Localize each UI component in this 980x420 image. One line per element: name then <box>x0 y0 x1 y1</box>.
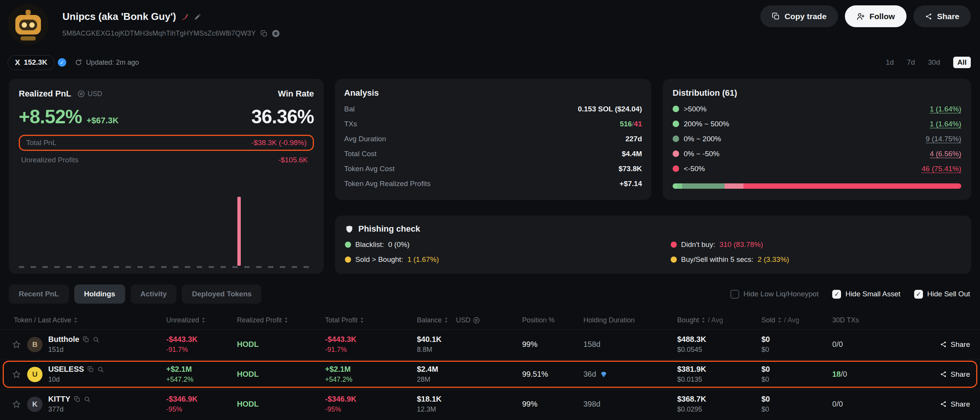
distribution-value-link[interactable]: 46 (75.41%) <box>921 165 961 173</box>
share-icon <box>940 371 947 378</box>
cell-30d-txs: 18/0 <box>832 370 909 379</box>
distribution-bar <box>673 183 961 189</box>
table-row[interactable]: K KITTY 377d -$346.9K -95% <box>0 389 980 419</box>
phishing-check-panel: Phishing check Blacklist: 0 (0%) Didn't … <box>335 216 971 274</box>
cell-balance: $40.1K 8.8M <box>417 335 522 354</box>
cell-holding-duration: 36d <box>583 370 677 379</box>
cell-sold: $0 $0 <box>761 365 832 384</box>
favorite-star-icon[interactable] <box>11 340 21 350</box>
hide-sell-out-checkbox[interactable]: ✓ Hide Sell Out <box>914 290 970 299</box>
cell-position: 99% <box>522 340 583 349</box>
cell-balance: $2.4M 28M <box>417 365 522 384</box>
tier-dot-icon <box>673 106 679 112</box>
refresh-control[interactable]: Updated: 2m ago <box>75 59 139 67</box>
token-last-active: 377d <box>48 405 91 413</box>
robot-avatar-image <box>8 4 49 45</box>
token-last-active: 10d <box>48 376 104 384</box>
cell-unrealized: -$346.9K -95% <box>166 395 237 413</box>
status-dot-icon <box>671 257 677 263</box>
x-logo-icon: X <box>15 58 20 67</box>
copy-trade-button[interactable]: Copy trade <box>760 5 838 27</box>
currency-toggle-icon[interactable] <box>473 317 480 324</box>
twitter-followers-pill[interactable]: X 152.3K <box>8 55 55 70</box>
row-share-button[interactable]: Share <box>940 340 970 349</box>
status-dot-icon <box>671 242 677 248</box>
checkbox-checked-icon: ✓ <box>832 290 841 299</box>
distribution-value-link[interactable]: 4 (6.56%) <box>930 150 961 158</box>
header-actions: Copy trade Follow Share <box>760 4 971 27</box>
cell-unrealized: +$2.1M +547.2% <box>166 365 237 384</box>
realized-pnl-panel: Realized PnL USD Win Rate +8.52% +$67.3K… <box>9 79 324 274</box>
range-all[interactable]: All <box>953 57 971 68</box>
row-share-button[interactable]: Share <box>940 370 970 379</box>
tier-dot-icon <box>673 165 679 172</box>
token-icon: U <box>27 367 42 382</box>
col-header-sold[interactable]: Sold / Avg <box>761 316 832 324</box>
tab-holdings[interactable]: Holdings <box>74 284 125 304</box>
distribution-value-link[interactable]: 9 (14.75%) <box>926 135 961 143</box>
distribution-row: 0% ~ -50% 4 (6.56%) <box>673 146 961 161</box>
hide-small-asset-checkbox[interactable]: ✓ Hide Small Asset <box>832 290 900 299</box>
copy-icon[interactable] <box>87 366 94 373</box>
range-30d[interactable]: 30d <box>928 58 940 67</box>
range-1d[interactable]: 1d <box>886 58 894 67</box>
edit-icon[interactable] <box>194 13 201 21</box>
sort-icon <box>74 317 78 323</box>
range-7d[interactable]: 7d <box>907 58 915 67</box>
col-header-holding-duration: Holding Duration <box>583 316 677 324</box>
tab-recent-pnl[interactable]: Recent PnL <box>9 284 69 304</box>
search-icon[interactable] <box>84 396 91 403</box>
col-header-token[interactable]: Token / Last Active <box>0 316 166 324</box>
follow-button[interactable]: Follow <box>845 5 906 27</box>
cell-position: 99% <box>522 400 583 409</box>
col-header-bought[interactable]: Bought / Avg <box>677 316 761 324</box>
token-name[interactable]: Butthole <box>48 335 79 344</box>
token-icon: B <box>27 337 42 352</box>
cell-bought: $368.7K $0.0295 <box>677 395 761 413</box>
favorite-star-icon[interactable] <box>11 399 21 409</box>
tab-activity[interactable]: Activity <box>131 284 177 304</box>
favorite-star-icon[interactable] <box>11 369 21 379</box>
shield-icon <box>345 225 354 234</box>
search-icon[interactable] <box>97 366 104 373</box>
row-share-button[interactable]: Share <box>940 400 970 409</box>
copy-icon[interactable] <box>83 336 89 343</box>
cell-realized-profit: HODL <box>237 340 325 349</box>
copy-icon[interactable] <box>74 396 80 402</box>
sort-icon <box>777 317 782 323</box>
follow-person-icon <box>856 12 865 21</box>
cell-holding-duration: 158d <box>583 340 677 349</box>
token-name[interactable]: KITTY <box>48 395 70 404</box>
col-header-30d-txs: 30D TXs <box>832 316 909 324</box>
phishing-check-title: Phishing check <box>358 224 420 234</box>
cell-realized-profit: HODL <box>237 370 325 379</box>
distribution-value-link[interactable]: 1 (1.64%) <box>930 120 961 128</box>
distribution-value-link[interactable]: 1 (1.64%) <box>930 105 961 113</box>
currency-toggle[interactable]: USD <box>77 90 102 98</box>
swap-currency-icon <box>77 90 85 98</box>
pnl-amount: +$67.3K <box>87 116 119 126</box>
col-header-balance[interactable]: Balance USD <box>417 316 522 324</box>
distribution-bar-segment <box>725 183 743 189</box>
updated-text: Updated: 2m ago <box>86 59 139 67</box>
page-title: Unipcs (aka 'Bonk Guy') <box>62 11 176 23</box>
col-header-total-profit[interactable]: Total Profit <box>325 316 417 324</box>
hide-low-liq-checkbox[interactable]: Hide Low Liq/Honeypot <box>730 290 818 299</box>
title-block: Unipcs (aka 'Bonk Guy') 5M8ACGKEXG1ojKDT… <box>62 4 279 38</box>
cell-realized-profit: HODL <box>237 400 325 409</box>
share-button[interactable]: Share <box>913 5 971 27</box>
col-header-realized-profit[interactable]: Realized Profit <box>237 316 325 324</box>
tab-deployed-tokens[interactable]: Deployed Tokens <box>182 284 261 304</box>
table-row-highlighted[interactable]: U USELESS 10d +$2.1M +547. <box>0 359 980 389</box>
sort-icon <box>360 317 364 323</box>
col-header-unrealized[interactable]: Unrealized <box>166 316 237 324</box>
cell-sold: $0 $0 <box>761 395 832 413</box>
realized-pnl-title: Realized PnL <box>19 89 71 99</box>
copy-address-icon[interactable] <box>260 30 268 37</box>
distribution-bar-segment <box>682 183 725 189</box>
search-icon[interactable] <box>93 336 100 343</box>
explorer-icon[interactable] <box>272 30 279 37</box>
diamond-icon <box>599 370 608 379</box>
table-row[interactable]: B Butthole 151d -$443.3K - <box>0 329 980 359</box>
token-name[interactable]: USELESS <box>48 365 84 374</box>
